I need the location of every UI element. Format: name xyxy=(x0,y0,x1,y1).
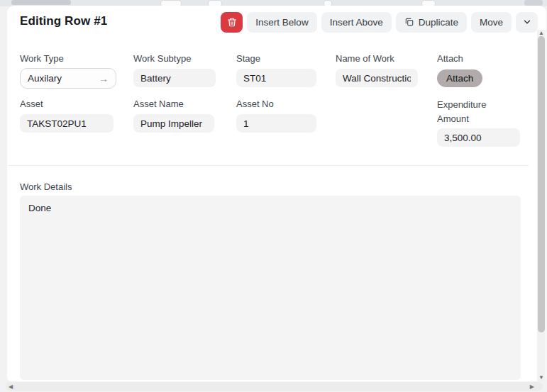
move-label: Move xyxy=(480,17,503,28)
chevron-down-icon xyxy=(522,17,532,27)
duplicate-button[interactable]: Duplicate xyxy=(396,12,467,33)
page-title: Editing Row #1 xyxy=(20,14,107,28)
asset-input[interactable] xyxy=(20,114,114,133)
work-subtype-label: Work Subtype xyxy=(133,52,191,65)
asset-label: Asset xyxy=(20,98,43,110)
background-tab-stub xyxy=(11,0,71,5)
asset-name-input[interactable] xyxy=(133,114,214,133)
arrow-right-icon: → xyxy=(99,74,109,84)
editing-row-panel: Editing Row #1 Insert Below Inse xyxy=(7,6,546,381)
attach-label: Attach xyxy=(437,52,463,65)
horizontal-scrollbar[interactable]: ◀ ▶ xyxy=(6,382,543,391)
stage-label: Stage xyxy=(236,52,260,65)
work-type-value: Auxilary xyxy=(28,73,62,84)
delete-row-button[interactable] xyxy=(221,12,243,33)
work-details-textarea[interactable]: Done xyxy=(20,196,521,380)
work-type-select[interactable]: Auxilary → xyxy=(20,68,116,89)
move-button[interactable]: Move xyxy=(471,12,512,33)
asset-name-label: Asset Name xyxy=(133,98,184,110)
insert-above-button[interactable]: Insert Above xyxy=(321,12,392,33)
scroll-up-icon[interactable]: ▲ xyxy=(537,30,546,36)
panel-header: Editing Row #1 Insert Below Inse xyxy=(7,6,546,45)
collapse-row-button[interactable] xyxy=(516,12,538,33)
asset-no-label: Asset No xyxy=(236,98,274,110)
scroll-left-icon[interactable]: ◀ xyxy=(9,383,13,390)
duplicate-label: Duplicate xyxy=(419,17,458,28)
name-of-work-input[interactable] xyxy=(336,69,418,87)
work-subtype-input[interactable] xyxy=(133,69,216,87)
copy-icon xyxy=(404,17,414,27)
work-details-label: Work Details xyxy=(20,181,72,192)
insert-below-button[interactable]: Insert Below xyxy=(247,12,316,33)
work-type-label: Work Type xyxy=(20,52,64,65)
header-actions: Insert Below Insert Above Duplicate xyxy=(221,11,538,33)
background-button-stub xyxy=(524,0,543,6)
page-background: Editing Row #1 Insert Below Inse xyxy=(0,0,547,392)
trash-icon xyxy=(227,17,237,28)
attach-button[interactable]: Attach xyxy=(437,69,482,87)
insert-above-label: Insert Above xyxy=(330,17,383,28)
expenditure-amount-input[interactable] xyxy=(437,128,520,147)
asset-no-input[interactable] xyxy=(236,114,316,133)
name-of-work-label: Name of Work xyxy=(336,52,394,65)
insert-below-label: Insert Below xyxy=(255,17,308,28)
vertical-scrollbar-thumb[interactable] xyxy=(538,36,545,332)
scroll-right-icon[interactable]: ▶ xyxy=(530,383,534,390)
vertical-scrollbar[interactable]: ▲ ▼ xyxy=(537,30,546,381)
scroll-down-icon[interactable]: ▼ xyxy=(537,375,546,381)
section-divider xyxy=(9,165,529,166)
stage-input[interactable] xyxy=(236,69,316,87)
expenditure-amount-label: Expenditure Amount xyxy=(437,98,502,126)
